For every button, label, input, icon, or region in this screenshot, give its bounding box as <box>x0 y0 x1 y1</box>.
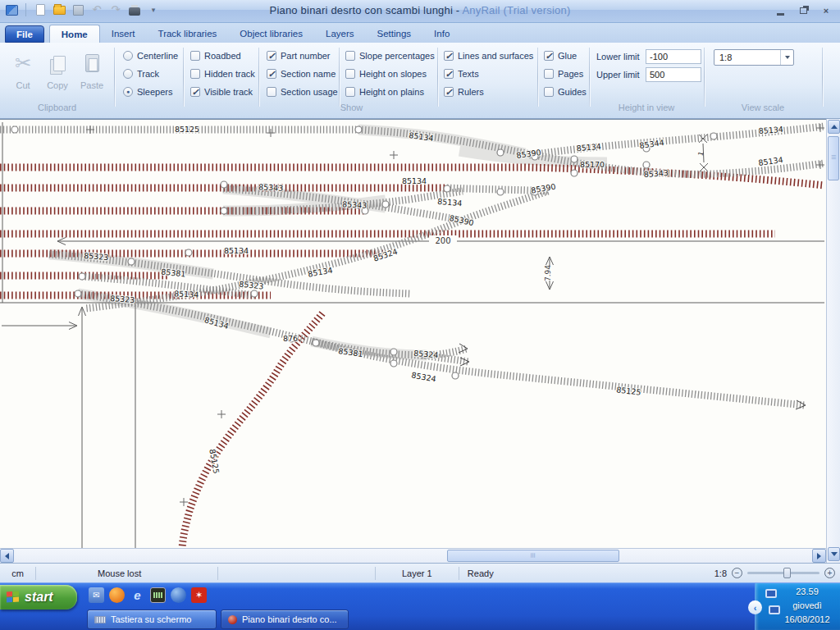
checkbox-height-on-slopes[interactable]: Height on slopes <box>345 67 427 80</box>
taskbar-button-anyrail[interactable]: Piano binari desrto co... <box>221 609 349 629</box>
status-unit: cm <box>0 567 36 580</box>
network-monitor-icon[interactable] <box>765 589 777 598</box>
scroll-left-icon[interactable] <box>0 549 14 563</box>
status-ready: Ready <box>459 567 558 580</box>
part-number-label: 85343 <box>258 182 284 193</box>
part-number-label: 85134 <box>174 289 199 299</box>
zoom-level: 1:8 <box>714 568 727 578</box>
column-divider <box>437 48 438 107</box>
start-button[interactable]: start <box>0 585 77 609</box>
track-plan-canvas[interactable]: 8512585134853908513485344851348517085343… <box>0 119 826 548</box>
checkbox-pages[interactable]: Pages <box>544 67 583 80</box>
tab-file[interactable]: File <box>5 25 44 43</box>
ribbon: ✂ Cut Copy Paste Clipboard Centerline Tr… <box>0 43 840 119</box>
restore-button[interactable] <box>796 4 810 17</box>
dimension-1-label: 1 <box>697 151 705 157</box>
zoom-out-icon[interactable]: − <box>732 568 742 578</box>
switch-bodies <box>49 130 607 355</box>
title-bar: ↶ ↷ ▾ Piano binari desrto con scambi lun… <box>0 0 840 23</box>
tab-track-libraries[interactable]: Track libraries <box>147 25 229 43</box>
clock-day: giovedì <box>778 600 837 610</box>
tab-layers[interactable]: Layers <box>314 25 366 43</box>
checkbox-roadbed[interactable]: Roadbed <box>190 49 241 62</box>
group-divider <box>822 48 823 107</box>
checkbox-height-on-plains[interactable]: Height on plains <box>345 85 424 98</box>
checkbox-lines-and-surfaces[interactable]: ✓Lines and surfaces <box>444 49 533 62</box>
tab-object-libraries[interactable]: Object libraries <box>228 25 314 43</box>
zoom-slider[interactable] <box>747 572 819 574</box>
clock-date: 16/08/2012 <box>778 614 837 624</box>
checkbox-guides[interactable]: Guides <box>544 85 587 98</box>
group-view-scale: 1:8 View scale <box>704 43 822 115</box>
radio-track[interactable]: Track <box>123 67 159 80</box>
column-divider <box>258 48 259 107</box>
mail-icon[interactable]: ✉ <box>89 587 104 603</box>
windows-flag-icon <box>7 591 20 603</box>
zoom-slider-thumb[interactable] <box>783 568 791 578</box>
part-number-label: 85134 <box>758 125 783 135</box>
radio-centerline[interactable]: Centerline <box>123 49 178 62</box>
lower-limit-input[interactable] <box>646 49 701 64</box>
horizontal-scrollbar[interactable] <box>0 548 826 563</box>
vertical-scrollbar[interactable] <box>826 119 840 563</box>
tray-chevron-icon[interactable]: ‹ <box>748 600 762 614</box>
track-plan-svg: 8512585134853908513485344851348517085343… <box>0 120 826 548</box>
horizontal-scroll-thumb[interactable] <box>447 550 619 562</box>
paste-button[interactable]: Paste <box>75 49 109 90</box>
view-scale-dropdown[interactable]: 1:8 <box>714 49 794 66</box>
checkbox-hidden-track[interactable]: Hidden track <box>190 67 255 80</box>
part-number-label: 85125 <box>616 385 641 397</box>
scroll-right-icon[interactable] <box>812 549 826 563</box>
upper-limit-input[interactable] <box>646 67 701 82</box>
status-mouse: Mouse lost <box>36 567 218 580</box>
checkbox-section-name[interactable]: ✓Section name <box>267 67 336 80</box>
onscreen-keyboard-icon[interactable] <box>150 587 166 603</box>
window-title: Piano binari desrto con scambi lunghi - … <box>0 4 840 16</box>
dropdown-arrow-icon[interactable] <box>780 50 793 65</box>
status-layer: Layer 1 <box>376 567 459 580</box>
part-number-label: 85323 <box>239 279 264 290</box>
tab-settings[interactable]: Settings <box>366 25 423 43</box>
status-empty <box>218 567 376 580</box>
checkbox-slope-percentages[interactable]: Slope percentages <box>345 49 435 62</box>
scroll-up-icon[interactable] <box>828 120 840 134</box>
vertical-scroll-thumb[interactable] <box>828 136 839 180</box>
taskbar: start ✉ e ✶ Tastiera su schermo Piano bi… <box>0 582 840 630</box>
firefox-icon[interactable] <box>109 587 125 603</box>
anyrail-launcher-icon[interactable]: ✶ <box>191 587 207 603</box>
checkbox-section-usage[interactable]: Section usage <box>267 85 338 98</box>
clock-time: 23.59 <box>778 587 837 596</box>
tab-home[interactable]: Home <box>49 25 100 43</box>
part-number-label: 876 <box>283 334 298 343</box>
part-number-label: 85170 <box>580 160 605 169</box>
checkbox-part-number[interactable]: ✓Part number <box>267 49 331 62</box>
radio-sleepers[interactable]: ●Sleepers <box>123 85 172 98</box>
media-player-icon[interactable] <box>171 587 186 603</box>
checkbox-texts[interactable]: ✓Texts <box>444 67 479 80</box>
group-label-height-in-view: Height in view <box>589 103 704 112</box>
joint-circles <box>11 126 717 379</box>
tab-info[interactable]: Info <box>422 25 461 43</box>
minimize-button[interactable] <box>773 4 788 17</box>
group-label-view-scale: View scale <box>704 103 822 112</box>
close-button[interactable]: × <box>819 4 833 17</box>
system-tray: ‹ 23.59 giovedì 16/08/2012 <box>755 583 840 630</box>
checkbox-glue[interactable]: ✓Glue <box>544 49 577 62</box>
keyboard-icon <box>94 616 106 623</box>
taskbar-button-keyboard[interactable]: Tastiera su schermo <box>87 609 217 629</box>
internet-explorer-icon[interactable]: e <box>130 587 145 603</box>
copy-icon <box>53 56 66 71</box>
group-height-in-view: Lower limit Upper limit Height in view <box>589 43 704 115</box>
dimension-794-label: 7.94 <box>544 265 552 281</box>
checkbox-visible-track[interactable]: ✓Visible track <box>190 85 253 98</box>
checkbox-rulers[interactable]: ✓Rulers <box>444 85 484 98</box>
group-label-clipboard: Clipboard <box>0 103 114 112</box>
scroll-down-icon[interactable] <box>828 547 840 561</box>
zoom-in-icon[interactable]: + <box>824 568 835 578</box>
copy-button[interactable]: Copy <box>40 49 75 90</box>
part-number-label: 85134 <box>758 155 783 167</box>
paste-icon <box>85 54 99 72</box>
cut-button[interactable]: ✂ Cut <box>6 49 40 90</box>
tab-insert[interactable]: Insert <box>100 25 147 43</box>
part-number-label: 85323 <box>84 251 109 262</box>
